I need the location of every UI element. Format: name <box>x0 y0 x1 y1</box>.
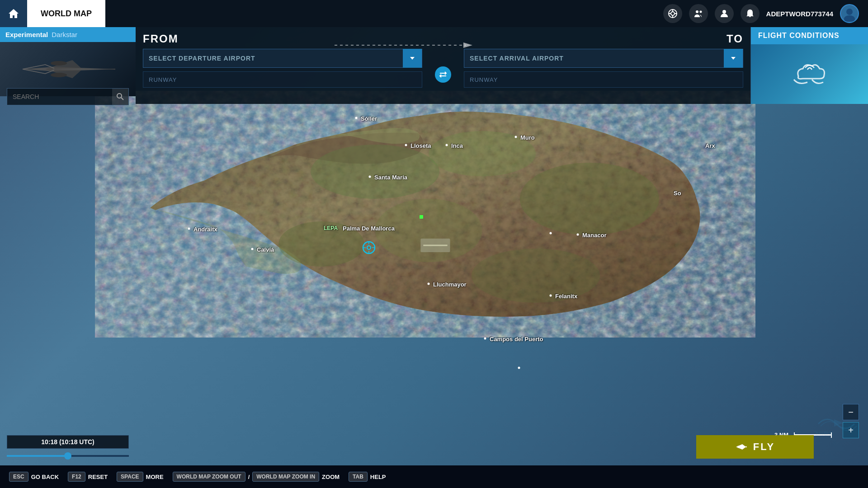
to-label: TO <box>464 33 743 45</box>
help-group: TAB HELP <box>349 472 386 482</box>
aircraft-label: Experimental Darkstar <box>0 27 136 42</box>
profile-icon-button[interactable] <box>715 4 734 23</box>
zoom-label: ZOOM <box>322 474 340 480</box>
reset-group: F12 RESET <box>68 472 108 482</box>
svg-point-1 <box>671 12 675 15</box>
flight-conditions-panel: FLIGHT CONDITIONS <box>750 27 868 104</box>
time-display: 10:18 (10:18 UTC) <box>7 435 129 449</box>
svg-point-23 <box>375 199 482 262</box>
esc-key: ESC <box>9 472 28 482</box>
svg-point-12 <box>51 61 67 66</box>
flight-conditions-header: FLIGHT CONDITIONS <box>751 27 868 44</box>
flight-panel: FROM SELECT DEPARTURE AIRPORT RUNWAY <box>136 27 868 104</box>
location-marker <box>362 240 376 255</box>
departure-airport-text: SELECT DEPARTURE AIRPORT <box>143 55 403 62</box>
notifications-icon-button[interactable] <box>741 4 760 23</box>
arrival-airport-text: SELECT ARRIVAL AIRPORT <box>464 55 724 62</box>
top-navigation: WORLD MAP <box>0 0 868 27</box>
target-icon-button[interactable] <box>663 4 682 23</box>
svg-point-6 <box>696 10 698 13</box>
svg-line-15 <box>121 98 123 100</box>
nav-right-icons: ADEPTWORD773744 <box>663 4 868 23</box>
svg-point-25 <box>472 249 600 303</box>
svg-point-7 <box>699 11 702 13</box>
swap-airports-button[interactable] <box>435 66 451 83</box>
aircraft-name-label: Darkstar <box>52 31 77 38</box>
zoom-out-key: WORLD MAP ZOOM OUT <box>173 472 245 482</box>
world-map-tab[interactable]: WORLD MAP <box>27 0 105 27</box>
fly-plane-icon <box>735 442 748 451</box>
departure-runway-field: RUNWAY <box>143 71 422 88</box>
svg-text:飞行联盟: 飞行联盟 <box>814 431 834 436</box>
search-wrapper <box>7 88 129 105</box>
experimental-label: Experimental <box>5 31 48 38</box>
departure-airport-select[interactable]: SELECT DEPARTURE AIRPORT <box>143 49 422 68</box>
svg-point-21 <box>429 131 536 176</box>
zoom-group: WORLD MAP ZOOM OUT / WORLD MAP ZOOM IN Z… <box>173 472 340 482</box>
svg-point-20 <box>311 145 439 199</box>
multiplayer-icon-button[interactable] <box>689 4 708 23</box>
search-box <box>7 88 129 105</box>
zoom-slash-label: / <box>248 474 250 480</box>
svg-point-8 <box>722 10 726 14</box>
search-input[interactable] <box>7 89 112 104</box>
from-label: FROM <box>143 33 422 45</box>
zoom-in-key: WORLD MAP ZOOM IN <box>252 472 319 482</box>
time-slider[interactable] <box>7 455 129 457</box>
aircraft-silhouette <box>18 51 118 87</box>
svg-point-13 <box>51 73 67 77</box>
home-button[interactable] <box>0 0 27 27</box>
svg-point-22 <box>520 163 659 235</box>
fly-button-label: FLY <box>753 441 775 453</box>
departure-dropdown-button[interactable] <box>403 49 422 68</box>
bottom-bar: ESC GO BACK F12 RESET SPACE MORE WORLD M… <box>0 465 868 488</box>
user-avatar[interactable] <box>840 4 859 23</box>
arrival-airport-select[interactable]: SELECT ARRIVAL AIRPORT <box>464 49 743 68</box>
arrival-dropdown-button[interactable] <box>724 49 743 68</box>
svg-point-10 <box>846 9 853 15</box>
username-label: ADEPTWORD773744 <box>766 10 833 18</box>
tab-key: TAB <box>349 472 368 482</box>
weather-icon <box>792 61 828 88</box>
reset-label: RESET <box>88 474 108 480</box>
swap-section <box>429 27 457 104</box>
arrival-runway-field: RUNWAY <box>464 71 743 88</box>
help-label: HELP <box>370 474 386 480</box>
go-back-group: ESC GO BACK <box>9 472 59 482</box>
svg-point-14 <box>117 94 122 98</box>
to-section: TO SELECT ARRIVAL AIRPORT RUNWAY <box>457 27 750 104</box>
more-group: SPACE MORE <box>117 472 163 482</box>
time-slider-panel: 10:18 (10:18 UTC) <box>7 435 129 459</box>
svg-point-29 <box>367 246 371 249</box>
f12-key: F12 <box>68 472 85 482</box>
search-button[interactable] <box>112 89 128 105</box>
space-key: SPACE <box>117 472 143 482</box>
flight-conditions-content <box>751 44 868 104</box>
go-back-label: GO BACK <box>31 474 59 480</box>
from-section: FROM SELECT DEPARTURE AIRPORT RUNWAY <box>136 27 429 104</box>
left-panel: Experimental Darkstar <box>0 27 136 96</box>
watermark: 飞行联盟 <box>809 410 863 441</box>
fly-button[interactable]: FLY <box>696 435 814 459</box>
more-label: MORE <box>146 474 164 480</box>
